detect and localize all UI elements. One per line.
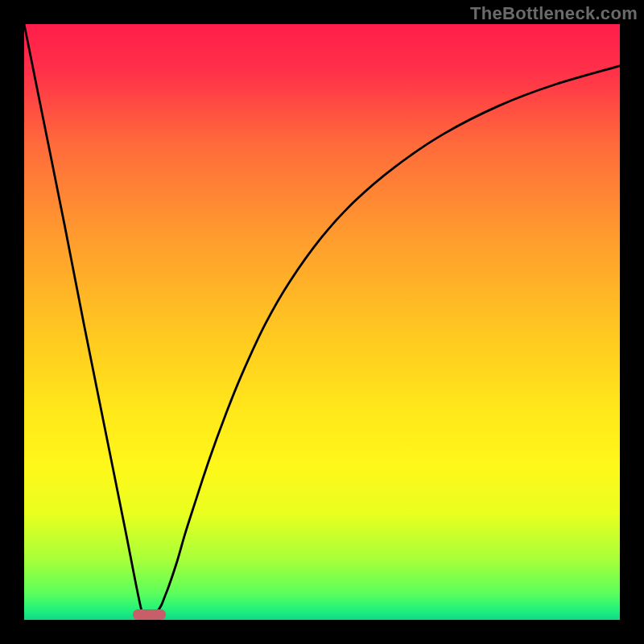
- attribution-text: TheBottleneck.com: [470, 3, 638, 24]
- bottleneck-curve: [24, 24, 620, 620]
- chart-frame: TheBottleneck.com: [0, 0, 644, 644]
- optimal-range-marker: [133, 609, 166, 620]
- plot-area: [24, 24, 620, 620]
